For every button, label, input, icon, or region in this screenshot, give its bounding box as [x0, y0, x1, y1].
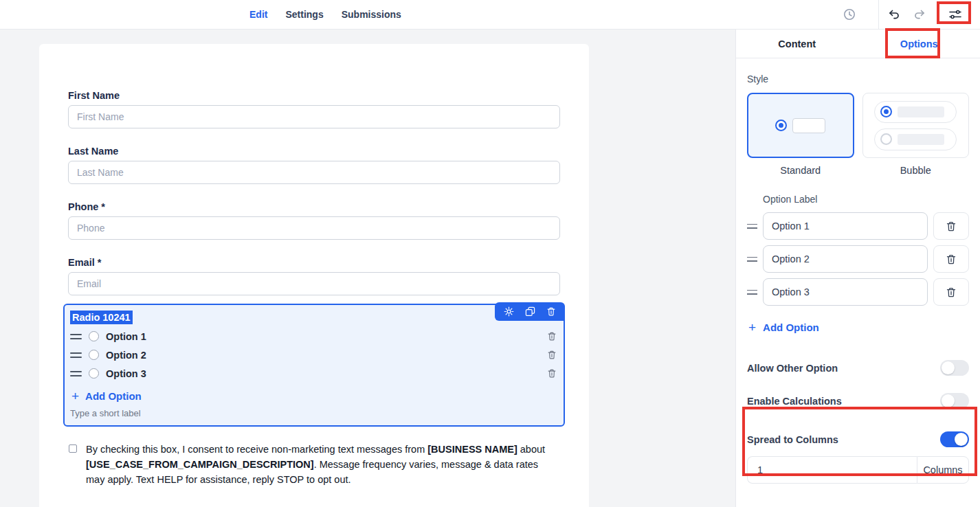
form-card: First Name Last Name Phone * Email *	[39, 44, 589, 507]
field-label: Phone *	[68, 201, 560, 212]
trash-icon[interactable]	[546, 306, 557, 317]
option-2-input[interactable]	[763, 245, 928, 273]
columns-input-group: Columns	[747, 456, 969, 484]
field-last-name: Last Name	[68, 146, 560, 184]
delete-option-button[interactable]	[933, 278, 969, 306]
allow-other-option-row: Allow Other Option	[747, 360, 969, 376]
radio-option-label: Option 3	[106, 368, 547, 379]
radio-selected-icon	[880, 106, 892, 117]
radio-helper-text: Type a short label	[70, 408, 557, 418]
tab-submissions[interactable]: Submissions	[342, 9, 401, 20]
duplicate-icon[interactable]	[524, 306, 535, 317]
radio-field-element[interactable]: Radio 10241 Option 1 Option 2	[63, 304, 565, 427]
top-actions	[840, 0, 980, 29]
drag-handle-icon[interactable]	[70, 352, 82, 358]
radio-option-row: Option 1	[70, 327, 557, 346]
redo-icon[interactable]	[910, 5, 929, 24]
radio-button[interactable]	[89, 331, 99, 341]
bubble-pill	[874, 128, 957, 150]
columns-suffix-label: Columns	[917, 456, 969, 484]
spread-to-columns-row: Spread to Columns	[747, 431, 969, 447]
bubble-pill	[874, 101, 957, 123]
radio-option-label: Option 2	[106, 350, 547, 361]
tab-options[interactable]: Options	[858, 30, 980, 58]
trash-icon[interactable]	[547, 350, 557, 360]
field-label: Email *	[68, 257, 560, 268]
option-editor-row	[747, 278, 969, 306]
enable-calculations-row: Enable Calculations	[747, 393, 969, 409]
field-label: First Name	[68, 90, 560, 101]
radio-option-row: Option 2	[70, 346, 557, 364]
style-label-standard: Standard	[747, 165, 854, 176]
style-card-standard[interactable]	[747, 93, 854, 158]
email-input[interactable]	[68, 272, 560, 295]
field-first-name: First Name	[68, 90, 560, 128]
toggle-label: Allow Other Option	[747, 363, 838, 374]
sidebar-body: Style Standard	[736, 58, 980, 484]
field-label: Last Name	[68, 146, 560, 157]
radio-option-row: Option 3	[70, 364, 557, 383]
radio-button[interactable]	[89, 350, 99, 360]
drag-handle-icon[interactable]	[70, 334, 82, 339]
spread-to-columns-toggle[interactable]	[940, 431, 969, 447]
tab-content[interactable]: Content	[736, 30, 858, 58]
main-nav: Edit Settings Submissions	[249, 0, 401, 29]
trash-icon[interactable]	[547, 331, 557, 341]
toggle-label: Spread to Columns	[747, 434, 838, 445]
radio-selected-icon	[775, 120, 787, 131]
undo-icon[interactable]	[884, 5, 904, 24]
tab-settings[interactable]: Settings	[285, 9, 323, 20]
option-preview-rect	[792, 118, 825, 133]
gear-icon[interactable]	[503, 306, 514, 317]
plus-icon: +	[71, 390, 79, 403]
history-icon[interactable]	[840, 5, 859, 24]
delete-option-button[interactable]	[933, 245, 969, 273]
consent-text: By checking this box, I consent to recei…	[86, 442, 550, 487]
trash-icon[interactable]	[547, 368, 557, 379]
phone-input[interactable]	[68, 216, 560, 240]
plus-icon: +	[748, 321, 756, 334]
option-3-input[interactable]	[763, 278, 928, 306]
toggle-label: Enable Calculations	[747, 396, 842, 407]
drag-handle-icon[interactable]	[747, 290, 757, 295]
radio-unselected-icon	[880, 133, 892, 145]
style-card-labels: Standard Bubble	[747, 165, 969, 176]
style-cards	[747, 93, 969, 158]
bubble-preview	[874, 101, 957, 150]
style-card-bubble[interactable]	[862, 93, 969, 158]
sidebar-tabs: Content Options	[736, 30, 980, 58]
option-label-heading: Option Label	[763, 194, 969, 205]
delete-option-button[interactable]	[933, 212, 969, 240]
option-preview-rect	[898, 106, 944, 117]
consent-checkbox[interactable]	[69, 444, 77, 453]
radio-option-label: Option 1	[106, 331, 547, 342]
add-option-button[interactable]: + Add Option	[71, 390, 142, 403]
radio-element-title[interactable]: Radio 10241	[70, 311, 133, 324]
top-bar: Edit Settings Submissions	[0, 0, 980, 30]
option-1-input[interactable]	[763, 212, 928, 240]
form-canvas: First Name Last Name Phone * Email *	[0, 30, 735, 507]
style-heading: Style	[747, 74, 969, 84]
drag-handle-icon[interactable]	[747, 224, 757, 229]
drag-handle-icon[interactable]	[747, 257, 757, 262]
sliders-icon[interactable]	[946, 5, 965, 24]
field-phone: Phone *	[68, 201, 560, 240]
last-name-input[interactable]	[68, 161, 560, 184]
toolbar-divider	[878, 0, 879, 29]
first-name-input[interactable]	[68, 105, 560, 128]
tab-edit[interactable]: Edit	[249, 9, 267, 20]
allow-other-option-toggle[interactable]	[940, 360, 969, 376]
consent-block-sms: By checking this box, I consent to recei…	[68, 442, 560, 487]
enable-calculations-toggle[interactable]	[940, 393, 969, 409]
option-preview-rect	[898, 134, 944, 145]
option-editor-row	[747, 212, 969, 240]
radio-button[interactable]	[89, 368, 99, 379]
settings-sidebar: Content Options Style	[735, 30, 980, 507]
field-email: Email *	[68, 257, 560, 295]
columns-count-input[interactable]	[747, 456, 917, 484]
drag-handle-icon[interactable]	[70, 371, 82, 376]
add-option-button[interactable]: + Add Option	[748, 321, 819, 334]
element-toolbar	[495, 302, 565, 321]
style-label-bubble: Bubble	[862, 165, 970, 176]
option-editor-row	[747, 245, 969, 273]
